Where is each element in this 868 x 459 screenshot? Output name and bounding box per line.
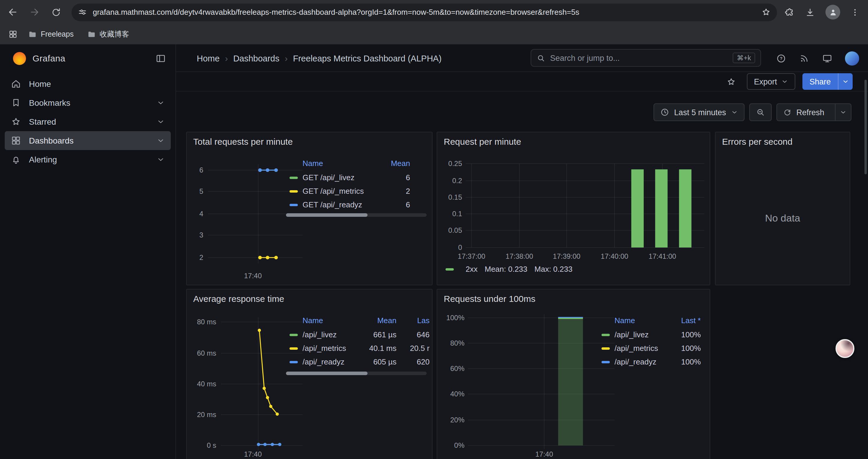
legend-header-name[interactable]: Name (289, 316, 361, 325)
search-input[interactable]: Search or jump to... ⌘+k (531, 49, 761, 67)
site-controls-icon[interactable] (78, 7, 88, 17)
legend-header-mean[interactable]: Mean (375, 159, 410, 167)
svg-text:5: 5 (199, 187, 203, 195)
series-name[interactable]: /api/_livez (303, 330, 361, 339)
chevron-down-icon[interactable] (157, 118, 165, 126)
legend-header-last[interactable]: Last * (665, 316, 701, 325)
series-mean: 2 (375, 187, 410, 196)
time-range-picker[interactable]: Last 5 minutes (653, 103, 745, 121)
svg-text:17:40: 17:40 (244, 272, 262, 280)
scrollbar-thumb[interactable] (286, 371, 368, 375)
series-color-dash (289, 333, 298, 336)
series-name[interactable]: /api/_metrics (303, 344, 361, 353)
legend-header-last[interactable]: Las (397, 316, 430, 325)
series-name[interactable]: GET /api/_metrics (303, 187, 375, 196)
help-icon[interactable]: ? (776, 53, 786, 64)
chevron-down-icon[interactable] (157, 99, 165, 107)
series-name[interactable]: /api/_readyz (615, 357, 665, 366)
series-last: 100% (665, 344, 701, 353)
legend-row[interactable]: /api/_readyz 100% (601, 355, 701, 369)
legend-row[interactable]: /api/_livez 661 µs 646 (289, 328, 430, 341)
bookmark-folder-blogs[interactable]: 收藏博客 (84, 28, 132, 41)
assistant-avatar-overlay[interactable] (836, 339, 855, 358)
brand-row: Grafana (0, 44, 176, 72)
series-name[interactable]: /api/_metrics (615, 344, 665, 353)
svg-text:17:40:00: 17:40:00 (601, 252, 628, 260)
panel-title[interactable]: Request per minute (444, 136, 521, 146)
apps-grid-icon[interactable] (8, 30, 18, 39)
series-mean: 605 µs (361, 357, 397, 366)
legend-row[interactable]: /api/_livez 100% (601, 328, 701, 341)
star-icon (11, 117, 21, 127)
legend-scrollbar[interactable] (286, 371, 427, 375)
legend-row[interactable]: GET /api/_livez 6 (289, 171, 410, 184)
breadcrumb-dashboards[interactable]: Dashboards (233, 54, 279, 63)
forward-button[interactable] (25, 3, 44, 22)
reload-button[interactable] (47, 3, 66, 22)
kiosk-monitor-icon[interactable] (822, 53, 833, 64)
bar-chart[interactable]: 0.250.20.150.10.05017:37:0017:38:0017:39… (437, 132, 710, 285)
favorite-star-icon[interactable] (726, 76, 736, 87)
series-color-dash (289, 190, 298, 192)
legend-header: Name Mean (289, 157, 410, 169)
browser-profile-avatar[interactable] (826, 5, 840, 20)
legend-row[interactable]: /api/_readyz 605 µs 620 (289, 355, 430, 369)
legend-row[interactable]: GET /api/_metrics 2 (289, 184, 410, 198)
url-bar[interactable]: grafana.mathmast.com/d/deytv4rwavabkb/fr… (71, 3, 777, 21)
breadcrumb-home[interactable]: Home (197, 54, 219, 63)
sidebar-item-bookmarks[interactable]: Bookmarks (5, 93, 171, 112)
svg-text:0 s: 0 s (207, 441, 216, 449)
scrollbar-thumb[interactable] (286, 213, 368, 217)
refresh-button[interactable]: Refresh (776, 103, 851, 121)
no-data-message: No data (716, 213, 850, 225)
legend-header-mean[interactable]: Mean (361, 316, 397, 325)
back-button[interactable] (3, 3, 22, 22)
svg-text:2: 2 (199, 254, 203, 261)
page-scrollbar-thumb[interactable] (864, 80, 867, 174)
legend-header-name[interactable]: Name (289, 159, 375, 167)
refresh-main[interactable]: Refresh (777, 104, 830, 121)
sidebar-item-alerting[interactable]: Alerting (5, 150, 171, 169)
clock-icon (660, 107, 670, 117)
panel-title[interactable]: Requests under 100ms (444, 294, 535, 304)
series-name[interactable]: GET /api/_livez (303, 173, 375, 182)
svg-text:6: 6 (199, 166, 203, 174)
panel-legend: 2xx Mean: 0.233 Max: 0.233 (445, 265, 572, 273)
grafana-logo[interactable] (13, 52, 26, 65)
zoom-out-button[interactable] (749, 103, 771, 121)
breadcrumb-separator: › (285, 53, 288, 63)
browser-menu-icon[interactable] (850, 7, 860, 17)
extensions-icon[interactable] (784, 7, 795, 18)
legend-scrollbar[interactable] (286, 213, 427, 217)
legend-header-name[interactable]: Name (601, 316, 665, 325)
share-label[interactable]: Share (802, 73, 838, 90)
user-avatar[interactable] (845, 51, 859, 65)
sidebar-item-starred[interactable]: Starred (5, 112, 171, 131)
export-button[interactable]: Export (747, 73, 795, 90)
chevron-down-icon[interactable] (157, 136, 165, 145)
chevron-down-icon[interactable] (157, 155, 165, 164)
share-dropdown-button[interactable] (838, 73, 852, 90)
legend-row[interactable]: GET /api/_readyz 6 (289, 198, 410, 211)
legend-row[interactable]: /api/_metrics 40.1 ms 20.5 r (289, 341, 430, 355)
refresh-interval-dropdown[interactable] (835, 104, 851, 121)
bookmark-star-icon[interactable] (761, 7, 771, 17)
share-button[interactable]: Share (802, 73, 852, 90)
dashboard-actions-bar: Export Share (176, 72, 868, 92)
news-rss-icon[interactable] (799, 53, 809, 64)
panel-title[interactable]: Average response time (193, 294, 284, 304)
series-name[interactable]: /api/_livez (615, 330, 665, 339)
sidebar-item-home[interactable]: Home (5, 74, 171, 93)
series-name[interactable]: 2xx (466, 265, 477, 273)
legend-row[interactable]: /api/_metrics 100% (601, 341, 701, 355)
series-name[interactable]: GET /api/_readyz (303, 200, 375, 209)
legend-header: Name Mean Las (289, 314, 430, 326)
series-name[interactable]: /api/_readyz (303, 357, 361, 366)
bookmark-folder-freeleaps[interactable]: Freeleaps (25, 28, 76, 41)
sidebar-item-dashboards[interactable]: Dashboards (5, 131, 171, 150)
panel-title[interactable]: Errors per second (722, 136, 793, 146)
grafana-sidebar: Grafana Home Bookmarks Starred (0, 44, 176, 459)
downloads-icon[interactable] (805, 7, 815, 18)
panel-title[interactable]: Total requests per minute (193, 136, 293, 146)
sidebar-collapse-button[interactable] (154, 52, 167, 65)
